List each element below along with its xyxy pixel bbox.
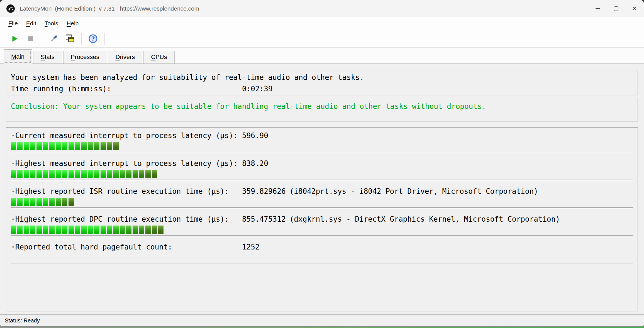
conclusion-panel: Conclusion: Your system appears to be su… bbox=[6, 98, 638, 122]
bar-segment bbox=[101, 226, 106, 234]
bar-segment bbox=[88, 142, 93, 150]
metric-label: ·Highest reported ISR routine execution … bbox=[11, 187, 242, 196]
driver-tools-button[interactable] bbox=[46, 32, 62, 46]
help-button[interactable]: ? bbox=[85, 32, 101, 46]
minimize-icon bbox=[596, 8, 600, 9]
latency-bar bbox=[11, 198, 633, 206]
bar-segment bbox=[43, 142, 48, 150]
bar-segment bbox=[24, 198, 29, 206]
bar-segment bbox=[69, 170, 74, 178]
time-running-label: Time running (h:mm:ss): bbox=[11, 83, 242, 95]
bar-segment bbox=[126, 226, 131, 234]
metric-label: ·Highest reported DPC routine execution … bbox=[11, 215, 242, 224]
bar-segment bbox=[139, 226, 144, 234]
bar-track bbox=[11, 180, 633, 181]
metric-value: 838.20 bbox=[242, 159, 283, 168]
maximize-icon bbox=[614, 6, 618, 11]
bar-track bbox=[11, 207, 633, 209]
metric-detail: (dxgkrnl.sys - DirectX Graphics Kernel, … bbox=[290, 215, 560, 224]
tab-cpus[interactable]: CPUs bbox=[143, 51, 174, 63]
bar-segment bbox=[69, 142, 74, 150]
latencymon-logo-icon bbox=[6, 4, 15, 13]
metrics-panel: ·Current measured interrupt to process l… bbox=[6, 127, 638, 312]
bar-segment bbox=[62, 170, 67, 178]
analysis-text: Your system has been analyzed for suitab… bbox=[11, 72, 633, 83]
bar-segment bbox=[75, 170, 80, 178]
metric-isr-time: ·Highest reported ISR routine execution … bbox=[11, 187, 633, 209]
bar-segment bbox=[11, 142, 16, 150]
menu-help[interactable]: Help bbox=[62, 20, 83, 27]
title-bar: LatencyMon (Home Edition ) v 7.31 - http… bbox=[0, 0, 644, 17]
latency-bar bbox=[11, 170, 633, 178]
bar-segment bbox=[101, 170, 106, 178]
bar-segment bbox=[56, 170, 61, 178]
time-running-value: 0:02:39 bbox=[242, 83, 273, 95]
bar-segment bbox=[133, 170, 138, 178]
bar-segment bbox=[49, 226, 55, 234]
window-controls: ✕ bbox=[589, 0, 644, 17]
tab-main[interactable]: Main bbox=[4, 49, 32, 64]
bar-segment bbox=[94, 142, 99, 150]
start-monitor-button[interactable] bbox=[6, 32, 23, 46]
bar-segment bbox=[36, 142, 42, 150]
bar-segment bbox=[101, 142, 106, 150]
bar-segment bbox=[24, 142, 29, 150]
bar-segment bbox=[17, 226, 23, 234]
bar-segment bbox=[11, 170, 16, 178]
toolbar-separator bbox=[104, 33, 105, 45]
tab-stats[interactable]: Stats bbox=[33, 51, 62, 63]
bar-segment bbox=[113, 226, 119, 234]
bar-segment bbox=[113, 142, 119, 150]
bar-segment bbox=[56, 142, 61, 150]
menu-file[interactable]: File bbox=[4, 20, 22, 27]
toolbar-separator bbox=[42, 33, 42, 45]
bar-segment bbox=[30, 198, 35, 206]
bar-segment bbox=[75, 142, 80, 150]
latency-bar bbox=[11, 142, 633, 150]
metric-dpc-time: ·Highest reported DPC routine execution … bbox=[11, 215, 633, 236]
bar-track bbox=[11, 263, 633, 264]
bar-segment bbox=[152, 226, 157, 234]
bar-segment bbox=[49, 198, 55, 206]
tab-drivers[interactable]: Drivers bbox=[108, 51, 143, 63]
screwdriver-icon bbox=[49, 34, 58, 43]
metric-label: ·Highest measured interrupt to process l… bbox=[11, 159, 242, 168]
bar-segment bbox=[158, 226, 164, 234]
latency-bar bbox=[11, 226, 633, 234]
bar-segment bbox=[17, 142, 23, 150]
bar-segment bbox=[24, 170, 29, 178]
window-title: LatencyMon (Home Edition ) v 7.31 - http… bbox=[20, 5, 199, 12]
bar-segment bbox=[81, 170, 87, 178]
tab-strip: Main Stats Processes Drivers CPUs bbox=[0, 48, 644, 64]
bar-segment bbox=[56, 226, 61, 234]
bar-segment bbox=[120, 170, 125, 178]
metric-value: 1252 bbox=[242, 243, 283, 251]
bar-segment bbox=[120, 226, 125, 234]
bar-segment bbox=[49, 142, 55, 150]
toolbar-separator bbox=[81, 33, 82, 45]
toolbar: ? bbox=[0, 30, 644, 48]
bar-segment bbox=[107, 170, 112, 178]
status-text: Status: Ready bbox=[5, 317, 40, 324]
tab-processes[interactable]: Processes bbox=[63, 51, 107, 63]
maximize-button[interactable] bbox=[607, 0, 625, 17]
bar-segment bbox=[17, 198, 23, 206]
metric-highest-latency: ·Highest measured interrupt to process l… bbox=[11, 159, 633, 181]
bar-segment bbox=[62, 198, 67, 206]
bar-track bbox=[11, 152, 633, 153]
bar-segment bbox=[56, 198, 61, 206]
bar-segment bbox=[88, 170, 93, 178]
latency-bar bbox=[11, 253, 633, 262]
stop-monitor-button[interactable] bbox=[23, 32, 39, 46]
close-button[interactable]: ✕ bbox=[625, 0, 644, 17]
menu-tools[interactable]: Tools bbox=[40, 20, 62, 27]
menu-edit[interactable]: Edit bbox=[22, 20, 40, 27]
bar-segment bbox=[139, 170, 144, 178]
minimize-button[interactable] bbox=[589, 0, 607, 17]
cascade-windows-button[interactable] bbox=[62, 32, 78, 46]
bar-segment bbox=[11, 198, 16, 206]
close-icon: ✕ bbox=[632, 5, 637, 12]
bar-segment bbox=[145, 226, 151, 234]
bar-segment bbox=[75, 226, 80, 234]
bar-segment bbox=[24, 226, 29, 234]
